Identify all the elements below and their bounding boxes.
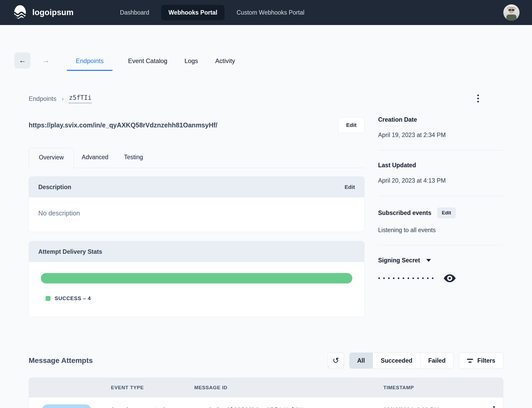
signing-secret-toggle[interactable]: Signing Secret	[378, 257, 503, 264]
row-options-kebab-icon[interactable]	[492, 405, 496, 408]
status-filter-segmented-control: All Succeeded Failed	[349, 353, 454, 369]
endpoint-url-row: https://play.svix.com/in/e_qyAXKQ58rVdzn…	[29, 117, 365, 133]
table-header-row: EVENT TYPE MESSAGE ID TIMESTAMP	[29, 378, 503, 398]
breadcrumb: Endpoints › z5fTIi	[29, 93, 365, 104]
tab-logs[interactable]: Logs	[183, 57, 200, 71]
last-updated-label: Last Updated	[378, 162, 503, 169]
filter-failed-button[interactable]: Failed	[421, 353, 453, 368]
filter-lines-icon	[467, 359, 473, 363]
edit-description-button[interactable]: Edit	[345, 184, 355, 190]
subscribed-events-label: Subscribed events	[378, 209, 431, 217]
stats-legend: SUCCESS – 4	[46, 295, 352, 301]
divider	[378, 245, 503, 245]
creation-date-section: Creation Date April 19, 2023 at 2:34 PM	[378, 116, 503, 139]
signing-secret-label: Signing Secret	[378, 257, 420, 264]
divider	[378, 150, 503, 150]
top-navbar: logoipsum Dashboard Webhooks Portal Cust…	[0, 0, 532, 25]
filter-all-button[interactable]: All	[349, 353, 373, 368]
message-id-cell: msg_2cJyg8l12IiSk8gvOFfYmVglQWg	[194, 407, 383, 408]
nav-link-dashboard[interactable]: Dashboard	[113, 5, 157, 20]
nav-link-webhooks-portal[interactable]: Webhooks Portal	[161, 5, 224, 20]
tab-testing[interactable]: Testing	[116, 148, 151, 168]
column-message-id: MESSAGE ID	[194, 385, 383, 391]
event-type-cell: invoice.created	[111, 407, 194, 408]
detail-tabs: Overview Advanced Testing	[29, 148, 365, 168]
message-attempts-title: Message Attempts	[29, 356, 93, 365]
attempts-controls: ↺ All Succeeded Failed Filters	[328, 353, 503, 369]
divider	[378, 196, 503, 196]
no-description-text: No description	[38, 209, 80, 217]
check-icon: ✓	[48, 407, 52, 408]
endpoint-options-kebab-icon[interactable]	[476, 93, 480, 104]
filters-button-label: Filters	[477, 357, 495, 364]
breadcrumb-endpoint-id[interactable]: z5fTIi	[69, 94, 92, 103]
tab-endpoints[interactable]: Endpoints	[67, 57, 112, 71]
stats-card-header: Attempt Delivery Stats	[29, 241, 364, 262]
refresh-icon[interactable]: ↺	[328, 353, 344, 369]
reveal-secret-eye-icon[interactable]	[444, 274, 456, 283]
filter-succeeded-button[interactable]: Succeeded	[373, 353, 420, 368]
subscribed-events-section: Subscribed events Edit Listening to all …	[378, 207, 503, 234]
navbar-links: Dashboard Webhooks Portal Custom Webhook…	[113, 5, 312, 20]
success-legend-swatch	[46, 296, 51, 301]
breadcrumb-endpoints-link[interactable]: Endpoints	[29, 95, 57, 102]
nav-link-custom-webhooks-portal[interactable]: Custom Webhooks Portal	[229, 5, 311, 20]
endpoint-url: https://play.svix.com/in/e_qyAXKQ58rVdzn…	[29, 121, 217, 129]
delivery-stats-bar-track	[41, 273, 352, 283]
creation-date-value: April 19, 2023 at 2:34 PM	[378, 132, 503, 139]
filters-button[interactable]: Filters	[459, 353, 503, 369]
endpoint-main-column: Endpoints › z5fTIi https://play.svix.com…	[29, 93, 365, 317]
status-badge: ✓ Succeeded	[42, 404, 91, 408]
description-title: Description	[38, 184, 71, 191]
portal-nav-row: ← → Endpoints Event Catalog Logs Activit…	[14, 50, 503, 71]
tab-event-catalog[interactable]: Event Catalog	[127, 57, 169, 71]
portal-tabs: Endpoints Event Catalog Logs Activity	[67, 50, 237, 71]
last-updated-value: April 20, 2023 at 4:13 PM	[378, 177, 503, 184]
attempt-delivery-stats-card: Attempt Delivery Stats SUCCESS – 4	[29, 241, 365, 317]
description-body: No description	[29, 197, 364, 232]
success-bar	[41, 273, 352, 283]
tab-advanced[interactable]: Advanced	[74, 148, 116, 168]
description-card-header: Description Edit	[29, 177, 364, 197]
status-badge-label: Succeeded	[56, 407, 85, 408]
success-legend-label: SUCCESS – 4	[55, 295, 91, 301]
message-attempts-section: Message Attempts ↺ All Succeeded Failed …	[29, 353, 503, 408]
tab-activity[interactable]: Activity	[214, 57, 237, 71]
edit-subscribed-events-button[interactable]: Edit	[437, 207, 456, 218]
column-event-type: EVENT TYPE	[111, 385, 194, 391]
signing-secret-section: Signing Secret ••••••••••••	[378, 257, 503, 283]
tab-overview[interactable]: Overview	[29, 148, 74, 168]
column-timestamp: TIMESTAMP	[383, 385, 485, 391]
avatar[interactable]	[503, 4, 520, 21]
webhooks-portal-page: logoipsum Dashboard Webhooks Portal Cust…	[0, 0, 532, 408]
caret-down-icon	[426, 259, 431, 262]
creation-date-label: Creation Date	[378, 116, 503, 123]
forward-arrow-icon[interactable]: →	[38, 52, 54, 69]
stats-body: SUCCESS – 4	[29, 262, 364, 317]
logoipsum-logo-icon	[12, 4, 28, 21]
stats-title: Attempt Delivery Stats	[38, 248, 102, 255]
table-row[interactable]: ✓ Succeeded invoice.created msg_2cJyg8l1…	[29, 398, 503, 408]
last-updated-section: Last Updated April 20, 2023 at 4:13 PM	[378, 162, 503, 184]
endpoint-sidebar: Creation Date April 19, 2023 at 2:34 PM …	[378, 93, 503, 317]
timestamp-cell: 02/13/2024, 2:09 PM	[383, 407, 485, 408]
subscribed-events-value: Listening to all events	[378, 227, 503, 234]
brand: logoipsum	[12, 4, 74, 21]
brand-name: logoipsum	[32, 8, 74, 17]
description-card: Description Edit No description	[29, 176, 365, 232]
back-arrow-icon[interactable]: ←	[14, 52, 30, 69]
chevron-right-icon: ›	[62, 95, 64, 102]
message-attempts-table: EVENT TYPE MESSAGE ID TIMESTAMP ✓ Succee…	[29, 378, 503, 408]
signing-secret-masked-value: ••••••••••••	[378, 275, 436, 282]
edit-url-button[interactable]: Edit	[338, 117, 365, 133]
